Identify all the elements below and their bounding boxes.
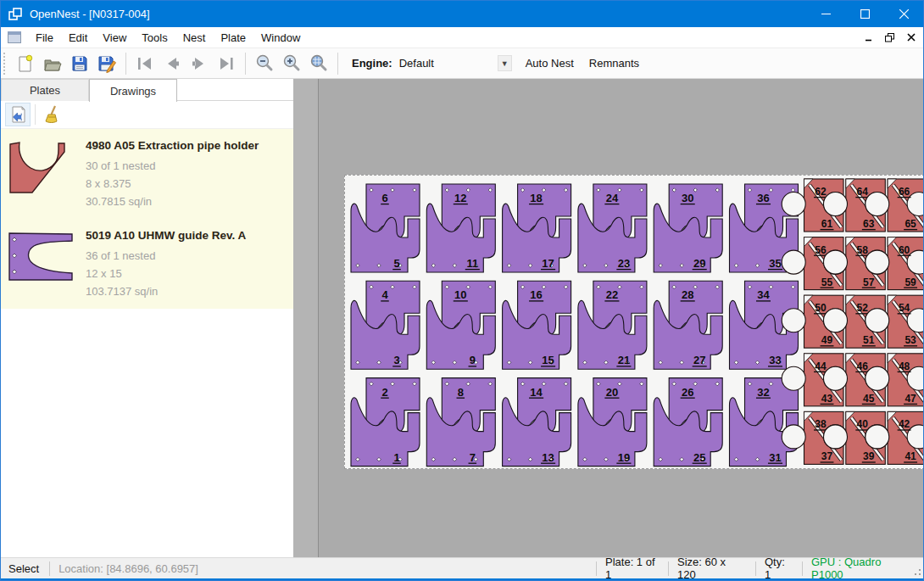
mdi-document-icon[interactable] [8, 31, 21, 43]
menu-plate[interactable]: Plate [213, 28, 253, 47]
drawing-area: 30.7815 sq/in [86, 193, 287, 210]
mdi-restore-button[interactable] [881, 29, 899, 46]
svg-text:26: 26 [682, 386, 693, 399]
clean-broom-icon[interactable] [40, 103, 65, 126]
menu-view[interactable]: View [95, 28, 134, 47]
nested-part-pair[interactable]: 1413 [503, 378, 571, 466]
zoom-fit-icon[interactable] [305, 51, 332, 76]
drawing-size: 12 x 15 [86, 265, 287, 282]
svg-text:3: 3 [393, 354, 399, 366]
nested-part-pair[interactable]: 1615 [503, 281, 571, 369]
svg-text:30: 30 [682, 192, 693, 204]
close-button[interactable] [884, 1, 923, 27]
svg-text:50: 50 [815, 302, 827, 314]
window-bottom-border [1, 578, 923, 580]
nested-part-pair[interactable]: 1211 [426, 184, 495, 272]
menu-file[interactable]: File [28, 28, 61, 47]
resize-grip[interactable] [911, 558, 923, 578]
open-file-icon[interactable] [39, 51, 66, 76]
nested-part-pair[interactable]: 2221 [578, 281, 647, 369]
window-title: OpenNest - [N0317-004] [30, 8, 150, 20]
nest-canvas[interactable]: 6512111817242330293635431091615222128273… [293, 79, 923, 557]
svg-text:22: 22 [606, 288, 618, 301]
import-drawing-icon[interactable] [5, 103, 31, 126]
svg-text:38: 38 [815, 418, 827, 430]
nested-part-pair[interactable]: 3231 [730, 378, 799, 466]
mdi-close-button[interactable] [902, 29, 921, 46]
svg-text:40: 40 [857, 418, 869, 430]
drawing-item[interactable]: 5019 A10 UHMW guide Rev. A36 of 1 nested… [1, 219, 293, 309]
panel-toolbar [1, 101, 293, 129]
nested-part-pair[interactable]: 87 [426, 378, 495, 466]
drawing-title: 5019 A10 UHMW guide Rev. A [86, 229, 287, 242]
toolbar-grip[interactable] [3, 53, 8, 75]
zoom-out-icon[interactable] [251, 51, 278, 76]
auto-nest-button[interactable]: Auto Nest [519, 52, 581, 75]
drawing-nested-count: 30 of 1 nested [86, 157, 287, 175]
svg-text:55: 55 [821, 277, 833, 288]
svg-text:65: 65 [905, 218, 916, 230]
nested-part-pair[interactable]: 43 [351, 281, 420, 369]
maximize-button[interactable] [845, 1, 884, 27]
nested-part-pair[interactable]: 1817 [503, 184, 571, 272]
engine-dropdown-arrow-icon[interactable]: ▼ [498, 55, 512, 71]
app-window: OpenNest - [N0317-004] FileEditViewTools… [0, 0, 924, 581]
drawing-thumbnail [8, 227, 86, 300]
svg-text:41: 41 [905, 450, 916, 462]
mdi-minimize-button[interactable] [860, 29, 878, 46]
svg-text:36: 36 [757, 192, 769, 204]
go-last-icon[interactable] [213, 51, 240, 76]
status-qty: Qty: 1 [756, 558, 802, 578]
svg-text:32: 32 [757, 386, 769, 399]
nested-part-pair[interactable]: 3029 [654, 184, 722, 272]
status-mode: Select [1, 558, 49, 578]
svg-text:27: 27 [693, 354, 705, 366]
minimize-button[interactable] [806, 1, 845, 27]
svg-text:8: 8 [458, 386, 464, 399]
svg-text:4: 4 [381, 288, 388, 301]
svg-text:10: 10 [454, 288, 466, 301]
nested-part-pair[interactable]: 109 [426, 281, 495, 369]
nested-part-pair[interactable]: 2423 [578, 184, 647, 272]
status-gpu: GPU : Quadro P1000 [803, 558, 911, 578]
drawing-thumbnail [8, 137, 86, 210]
go-previous-icon[interactable] [159, 51, 186, 76]
remnants-button[interactable]: Remnants [582, 52, 646, 75]
nested-part-pair[interactable]: 2019 [578, 378, 647, 466]
svg-text:60: 60 [899, 244, 910, 256]
svg-text:61: 61 [821, 218, 833, 230]
tab-plates[interactable]: Plates [1, 79, 89, 101]
menu-window[interactable]: Window [253, 28, 308, 47]
svg-text:62: 62 [815, 186, 827, 198]
engine-select-value[interactable]: Default [398, 57, 498, 70]
menu-nest[interactable]: Nest [175, 28, 214, 47]
svg-text:63: 63 [863, 218, 875, 230]
svg-text:46: 46 [857, 360, 869, 372]
plate-sheet[interactable]: 6512111817242330293635431091615222128273… [344, 175, 923, 469]
tab-drawings[interactable]: Drawings [89, 79, 177, 102]
svg-text:37: 37 [821, 450, 833, 462]
new-document-icon[interactable] [12, 51, 39, 76]
nested-part-pair[interactable]: 2827 [654, 281, 722, 369]
svg-text:25: 25 [693, 451, 705, 464]
svg-text:21: 21 [618, 354, 630, 366]
canvas-view[interactable]: 6512111817242330293635431091615222128273… [318, 79, 923, 557]
drawing-item[interactable]: 4980 A05 Extraction pipe holder30 of 1 n… [1, 129, 293, 219]
menu-tools[interactable]: Tools [134, 28, 175, 47]
svg-text:12: 12 [454, 192, 466, 204]
nested-part-pair[interactable]: 21 [351, 378, 420, 466]
save-as-icon[interactable] [93, 51, 120, 76]
nested-part-pair[interactable]: 2625 [654, 378, 722, 466]
drawing-size: 8 x 8.375 [86, 175, 287, 193]
zoom-in-icon[interactable] [278, 51, 305, 76]
menu-edit[interactable]: Edit [61, 28, 95, 47]
svg-text:49: 49 [821, 334, 833, 346]
main-toolbar: Engine: Default ▼ Auto Nest Remnants [1, 48, 923, 79]
go-first-icon[interactable] [131, 51, 159, 76]
go-next-icon[interactable] [186, 51, 213, 76]
menu-bar: FileEditViewToolsNestPlateWindow [1, 27, 923, 48]
app-logo-icon [8, 8, 22, 21]
save-icon[interactable] [66, 51, 93, 76]
nested-part-pair[interactable]: 65 [351, 184, 420, 272]
svg-text:14: 14 [530, 386, 543, 399]
